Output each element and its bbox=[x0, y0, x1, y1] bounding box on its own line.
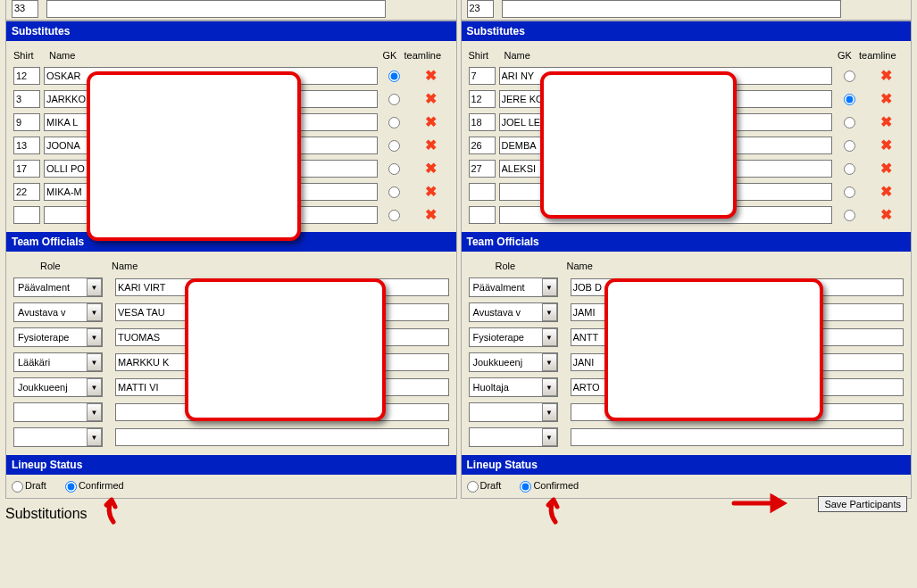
remove-icon[interactable]: ✖ bbox=[868, 208, 904, 222]
shirt-input[interactable] bbox=[469, 183, 496, 201]
substitutes-header: Substitutes bbox=[6, 21, 456, 41]
confirmed-option[interactable]: Confirmed bbox=[520, 480, 579, 491]
shirt-input[interactable] bbox=[13, 90, 40, 108]
shirt-input[interactable] bbox=[469, 206, 496, 224]
official-name-input[interactable] bbox=[115, 428, 449, 446]
chevron-down-icon[interactable]: ▼ bbox=[542, 303, 557, 321]
col-teamline: teamline bbox=[404, 50, 449, 61]
remove-icon[interactable]: ✖ bbox=[413, 69, 449, 83]
shirt-input[interactable] bbox=[13, 206, 40, 224]
left-panel: Substitutes Shirt Name GK teamline ✖✖✖✖✖… bbox=[5, 21, 457, 499]
shirt-input[interactable] bbox=[13, 183, 40, 201]
gk-radio[interactable] bbox=[388, 117, 400, 128]
official-row: ▼ bbox=[12, 425, 451, 450]
col-name: Name bbox=[112, 261, 449, 271]
lineup-body: Draft Confirmed Save Participants bbox=[462, 475, 912, 498]
gk-radio[interactable] bbox=[844, 140, 855, 152]
role-select[interactable]: ▼ bbox=[13, 402, 103, 422]
gk-radio[interactable] bbox=[844, 186, 855, 198]
role-select[interactable]: Avustava v▼ bbox=[469, 302, 558, 322]
shirt-input[interactable] bbox=[13, 137, 40, 154]
role-select[interactable]: Päävalment▼ bbox=[469, 277, 558, 297]
role-select[interactable]: Joukkueenj▼ bbox=[13, 377, 103, 397]
chevron-down-icon[interactable]: ▼ bbox=[87, 378, 102, 396]
gk-radio[interactable] bbox=[388, 70, 400, 82]
role-select[interactable]: ▼ bbox=[13, 427, 103, 447]
lineup-body: Draft Confirmed bbox=[6, 475, 456, 498]
chevron-down-icon[interactable]: ▼ bbox=[542, 328, 557, 346]
gk-radio[interactable] bbox=[388, 94, 400, 105]
remove-icon[interactable]: ✖ bbox=[413, 185, 449, 199]
save-participants-button[interactable]: Save Participants bbox=[818, 496, 907, 512]
substitutions-heading: Substitutions bbox=[5, 506, 88, 522]
role-select[interactable]: ▼ bbox=[469, 402, 558, 422]
gk-radio[interactable] bbox=[844, 163, 855, 175]
remove-icon[interactable]: ✖ bbox=[868, 92, 904, 106]
chevron-down-icon[interactable]: ▼ bbox=[87, 428, 102, 446]
chevron-down-icon[interactable]: ▼ bbox=[542, 378, 557, 396]
gk-radio[interactable] bbox=[844, 70, 855, 82]
gk-radio[interactable] bbox=[388, 140, 400, 152]
top-shirt-input[interactable]: 33 bbox=[12, 0, 38, 18]
shirt-input[interactable] bbox=[469, 160, 496, 178]
chevron-down-icon[interactable]: ▼ bbox=[87, 353, 102, 371]
remove-icon[interactable]: ✖ bbox=[868, 69, 904, 83]
chevron-down-icon[interactable]: ▼ bbox=[87, 278, 102, 296]
col-shirt: Shirt bbox=[13, 50, 49, 61]
shirt-input[interactable] bbox=[469, 90, 496, 108]
gk-radio[interactable] bbox=[844, 117, 855, 128]
remove-icon[interactable]: ✖ bbox=[868, 115, 904, 129]
role-select[interactable]: Huoltaja▼ bbox=[469, 377, 558, 397]
shirt-input[interactable] bbox=[469, 67, 496, 85]
shirt-input[interactable] bbox=[469, 137, 496, 154]
remove-icon[interactable]: ✖ bbox=[868, 161, 904, 176]
remove-icon[interactable]: ✖ bbox=[868, 138, 904, 153]
shirt-input[interactable] bbox=[13, 113, 40, 131]
chevron-down-icon[interactable]: ▼ bbox=[87, 303, 102, 321]
officials-body: Role Name Päävalment▼Avustava v▼Fysioter… bbox=[6, 252, 456, 455]
chevron-down-icon[interactable]: ▼ bbox=[542, 428, 557, 446]
annotation-box bbox=[604, 278, 823, 421]
role-select[interactable]: Fysioterape▼ bbox=[13, 327, 103, 347]
col-name: Name bbox=[504, 50, 831, 61]
shirt-input[interactable] bbox=[469, 113, 496, 131]
chevron-down-icon[interactable]: ▼ bbox=[87, 403, 102, 421]
draft-option[interactable]: Draft bbox=[12, 480, 46, 491]
role-select[interactable]: ▼ bbox=[469, 427, 558, 447]
role-select[interactable]: Avustava v▼ bbox=[13, 302, 103, 322]
col-name: Name bbox=[567, 261, 904, 271]
chevron-down-icon[interactable]: ▼ bbox=[542, 353, 557, 371]
role-select[interactable]: Lääkäri▼ bbox=[13, 352, 103, 372]
col-name: Name bbox=[49, 50, 376, 61]
shirt-input[interactable] bbox=[13, 67, 40, 85]
lineup-header: Lineup Status bbox=[462, 455, 912, 475]
right-panel: Substitutes Shirt Name GK teamline ✖✖✖✖✖… bbox=[461, 21, 913, 499]
gk-radio[interactable] bbox=[388, 186, 400, 198]
role-select[interactable]: Joukkueenj▼ bbox=[469, 352, 558, 372]
top-name-input[interactable] bbox=[46, 0, 386, 18]
gk-radio[interactable] bbox=[388, 163, 400, 175]
role-select[interactable]: Päävalment▼ bbox=[13, 277, 103, 297]
remove-icon[interactable]: ✖ bbox=[868, 185, 904, 199]
annotation-box bbox=[185, 278, 386, 421]
shirt-input[interactable] bbox=[13, 160, 40, 178]
remove-icon[interactable]: ✖ bbox=[413, 208, 449, 222]
gk-radio[interactable] bbox=[844, 210, 855, 221]
top-shirt-input[interactable]: 23 bbox=[467, 0, 494, 18]
remove-icon[interactable]: ✖ bbox=[413, 115, 449, 129]
confirmed-option[interactable]: Confirmed bbox=[65, 480, 124, 491]
remove-icon[interactable]: ✖ bbox=[413, 161, 449, 176]
draft-option[interactable]: Draft bbox=[467, 480, 502, 491]
remove-icon[interactable]: ✖ bbox=[413, 138, 449, 153]
role-select[interactable]: Fysioterape▼ bbox=[469, 327, 558, 347]
official-name-input[interactable] bbox=[571, 428, 904, 446]
chevron-down-icon[interactable]: ▼ bbox=[87, 328, 102, 346]
gk-radio[interactable] bbox=[388, 210, 400, 221]
col-role: Role bbox=[469, 261, 567, 271]
top-name-input[interactable] bbox=[502, 0, 841, 18]
annotation-box bbox=[540, 71, 737, 219]
chevron-down-icon[interactable]: ▼ bbox=[542, 278, 557, 296]
chevron-down-icon[interactable]: ▼ bbox=[542, 403, 557, 421]
gk-radio[interactable] bbox=[844, 94, 855, 105]
remove-icon[interactable]: ✖ bbox=[413, 92, 449, 106]
